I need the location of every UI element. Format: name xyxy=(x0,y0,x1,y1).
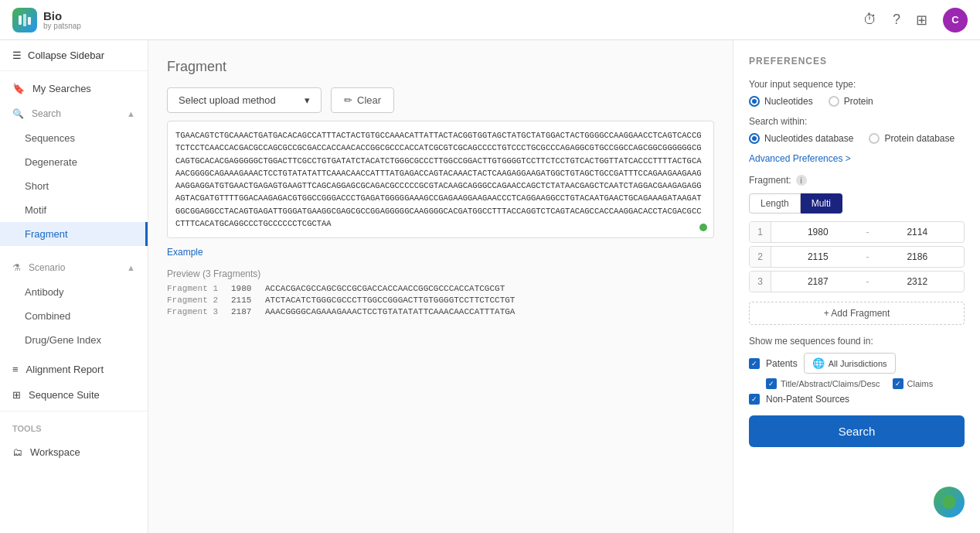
fragment-pos-2: 2115 xyxy=(231,296,259,305)
title-abstract-checkbox[interactable] xyxy=(766,378,777,389)
logo-text: Bio by patsnap xyxy=(43,10,81,30)
protein-radio[interactable]: Protein xyxy=(829,96,873,107)
table-row: Fragment 3 2187 AAACGGGGCAGAAAGAAACTCCTG… xyxy=(167,307,714,316)
sidebar-item-alignment-report[interactable]: ≡ Alignment Report xyxy=(0,357,148,382)
fragment-list: Fragment 1 1980 ACCACGACGCCAGCGCCGCGACCA… xyxy=(167,284,714,316)
alignment-label: Alignment Report xyxy=(26,364,104,375)
upload-chevron-icon: ▾ xyxy=(305,94,310,106)
nucleotides-radio-circle xyxy=(749,96,760,107)
search-section-icon: 🔍 xyxy=(12,108,24,119)
range-start-1: 1980 xyxy=(771,222,865,242)
range-num-2: 2 xyxy=(750,247,771,267)
logo-title: Bio xyxy=(43,10,81,22)
patents-row: Patents 🌐 All Jurisdictions xyxy=(749,353,965,374)
search-chevron-icon: ▲ xyxy=(127,109,135,118)
claims-checkbox[interactable] xyxy=(893,378,903,389)
protein-db-label: Protein database xyxy=(884,133,954,144)
range-num-1: 1 xyxy=(750,222,771,242)
input-type-label: Your input sequence type: xyxy=(749,79,965,90)
workspace-icon: 🗂 xyxy=(12,446,22,458)
range-end-2: 2186 xyxy=(871,247,965,267)
content-area: Fragment Select upload method ▾ ✏ Clear … xyxy=(148,40,980,533)
sidebar-item-my-searches[interactable]: 🔖 My Searches xyxy=(0,76,148,101)
fragment-name-3: Fragment 3 xyxy=(167,307,225,316)
scenario-icon: ⚗ xyxy=(12,262,21,273)
sequence-suite-label: Sequence Suite xyxy=(29,389,100,401)
search-section-label: Search xyxy=(32,108,61,119)
select-upload-dropdown[interactable]: Select upload method ▾ xyxy=(167,87,322,113)
sidebar-item-sequences[interactable]: Sequences xyxy=(0,126,148,150)
fragment-seq-3: AAACGGGGCAGAAAGAAACTCCTGTATATATTCAAACAAC… xyxy=(265,307,515,316)
sidebar: ☰ Collapse Sidebar 🔖 My Searches 🔍 Searc… xyxy=(0,40,148,533)
protein-db-radio[interactable]: Protein database xyxy=(869,133,954,144)
fragment-label-row: Fragment: i xyxy=(749,175,965,186)
add-fragment-button[interactable]: + Add Fragment xyxy=(749,302,965,325)
sidebar-item-scenario[interactable]: ⚗ Scenario ▲ xyxy=(0,255,148,280)
protein-db-radio-circle xyxy=(869,133,880,144)
sequence-suite-icon: ⊞ xyxy=(12,389,21,401)
sidebar-item-combined[interactable]: Combined xyxy=(0,304,148,328)
topbar-icons: ⏱ ? ⊞ C xyxy=(863,8,968,32)
sidebar-collapse-icon: ☰ xyxy=(12,50,22,61)
non-patent-row: Non-Patent Sources xyxy=(749,394,965,405)
protein-radio-circle xyxy=(829,96,839,107)
nucleotides-radio[interactable]: Nucleotides xyxy=(749,96,813,107)
sidebar-item-degenerate[interactable]: Degenerate xyxy=(0,150,148,174)
range-end-1: 2114 xyxy=(871,222,965,242)
upload-row: Select upload method ▾ ✏ Clear xyxy=(167,87,714,113)
clear-icon: ✏ xyxy=(344,94,352,106)
collapse-sidebar-button[interactable]: ☰ Collapse Sidebar xyxy=(0,40,148,71)
sidebar-item-workspace[interactable]: 🗂 Workspace xyxy=(0,439,148,465)
range-dash-3: - xyxy=(865,272,871,292)
sidebar-item-search[interactable]: 🔍 Search ▲ xyxy=(0,101,148,126)
svg-point-3 xyxy=(942,495,956,509)
range-row-3: 3 2187 - 2312 xyxy=(749,271,965,292)
claims-check[interactable]: Claims xyxy=(893,378,934,389)
example-link[interactable]: Example xyxy=(167,247,203,258)
sequence-dot xyxy=(699,224,707,231)
upload-method-label: Select upload method xyxy=(179,94,276,106)
range-dash-2: - xyxy=(865,247,871,267)
patents-label: Patents xyxy=(766,358,798,369)
protein-label: Protein xyxy=(844,96,873,107)
sidebar-item-motif[interactable]: Motif xyxy=(0,198,148,222)
sequence-text: TGAACAGTCTGCAAACTGATGACACAGCCATTTACTACTG… xyxy=(175,129,706,230)
fragment-ranges: 1 1980 - 2114 2 2115 - 2186 3 2187 - 231… xyxy=(749,221,965,292)
search-button[interactable]: Search xyxy=(749,415,965,447)
multi-button[interactable]: Multi xyxy=(801,193,842,214)
non-patent-checkbox[interactable] xyxy=(749,394,760,405)
fragment-name-1: Fragment 1 xyxy=(167,284,225,293)
fragment-name-2: Fragment 2 xyxy=(167,296,225,305)
nucleotides-db-radio-circle xyxy=(749,133,760,144)
logo-icon xyxy=(12,8,37,32)
input-type-radio-row: Nucleotides Protein xyxy=(749,96,965,107)
floating-chat-icon[interactable] xyxy=(934,487,965,518)
nucleotides-db-label: Nucleotides database xyxy=(764,133,853,144)
range-dash-1: - xyxy=(865,222,871,242)
logo-area: Bio by patsnap xyxy=(12,8,81,32)
nucleotides-db-radio[interactable]: Nucleotides database xyxy=(749,133,853,144)
title-abstract-check[interactable]: Title/Abstract/Claims/Desc xyxy=(766,378,880,389)
help-icon[interactable]: ? xyxy=(893,12,900,28)
sidebar-item-short[interactable]: Short xyxy=(0,174,148,198)
sidebar-item-sequence-suite[interactable]: ⊞ Sequence Suite xyxy=(0,382,148,408)
scenario-label: Scenario xyxy=(29,262,65,273)
middle-panel: Fragment Select upload method ▾ ✏ Clear … xyxy=(148,40,733,533)
clear-button[interactable]: ✏ Clear xyxy=(331,87,394,113)
grid-icon[interactable]: ⊞ xyxy=(916,12,927,29)
avatar[interactable]: C xyxy=(943,8,968,32)
sidebar-item-drug-gene[interactable]: Drug/Gene Index xyxy=(0,328,148,352)
length-button[interactable]: Length xyxy=(749,193,801,214)
patents-checkbox[interactable] xyxy=(749,358,760,369)
search-within-label: Search within: xyxy=(749,116,965,127)
advanced-preferences-link[interactable]: Advanced Preferences > xyxy=(749,153,965,164)
timer-icon[interactable]: ⏱ xyxy=(863,12,877,28)
fragment-pos-3: 2187 xyxy=(231,307,259,316)
logo-sub: by patsnap xyxy=(43,22,81,30)
info-icon[interactable]: i xyxy=(796,175,807,186)
sequence-box[interactable]: TGAACAGTCTGCAAACTGATGACACAGCCATTTACTACTG… xyxy=(167,121,714,238)
range-num-3: 3 xyxy=(750,272,771,292)
jurisdictions-button[interactable]: 🌐 All Jurisdictions xyxy=(804,353,896,374)
sidebar-item-antibody[interactable]: Antibody xyxy=(0,280,148,304)
sidebar-item-fragment[interactable]: Fragment xyxy=(0,222,148,246)
